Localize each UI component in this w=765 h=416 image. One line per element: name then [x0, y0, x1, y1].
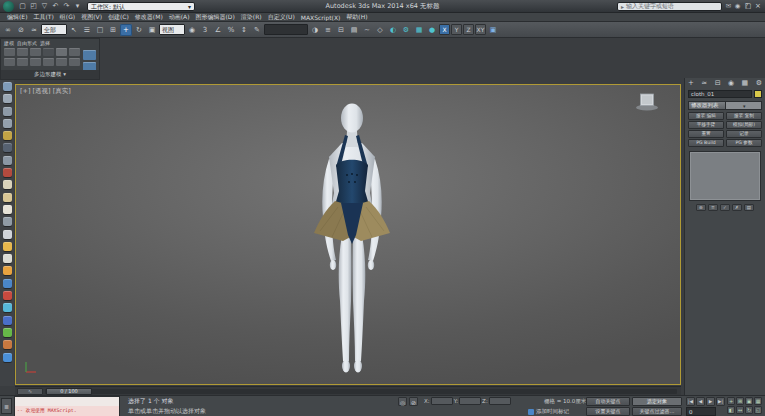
track-bar[interactable]: ∿ 0 / 100 — [15, 386, 681, 395]
menu-item[interactable]: 渲染(R) — [238, 13, 265, 22]
motion-tab-icon[interactable]: ◉ — [728, 79, 734, 87]
left-tool-icon[interactable] — [3, 328, 12, 337]
left-tool-icon[interactable] — [3, 303, 12, 312]
spinner-snap-icon[interactable]: ↕ — [238, 24, 250, 36]
left-tool-icon[interactable] — [3, 230, 12, 239]
menu-item[interactable]: 帮助(H) — [343, 13, 370, 22]
auto-key-button[interactable]: 自动关键点 — [586, 397, 630, 406]
left-tool-icon[interactable] — [3, 180, 12, 189]
show-end-result-icon[interactable]: ≡ — [708, 204, 718, 211]
smart-select-icon[interactable]: ▣ — [487, 24, 499, 36]
panel-button[interactable]: 服装 复制 — [726, 112, 762, 120]
pan-icon[interactable]: ↔ — [736, 406, 744, 414]
zoom-extents-icon[interactable]: ▣ — [745, 397, 753, 405]
select-object-icon[interactable]: ↖ — [68, 24, 80, 36]
axis-z-button[interactable]: Z — [463, 24, 474, 35]
unlink-selection-icon[interactable]: ⊘ — [15, 24, 27, 36]
hierarchy-tab-icon[interactable]: ⊟ — [715, 79, 721, 87]
axis-y-button[interactable]: Y — [451, 24, 462, 35]
ribbon-button[interactable] — [43, 48, 54, 56]
perspective-viewport[interactable]: [+] [透视] [真实] — [15, 84, 681, 385]
ribbon-button[interactable] — [4, 58, 15, 66]
maxscript-listener-toggle[interactable]: ≣ — [1, 398, 12, 414]
left-tool-icon[interactable] — [3, 143, 12, 152]
listener-line[interactable]: -- 欢迎使用 MAXScript. — [15, 406, 119, 416]
menu-item[interactable]: 工具(T) — [30, 13, 56, 22]
left-tool-icon[interactable] — [3, 205, 12, 214]
object-name-field[interactable]: cloth_01 — [688, 90, 752, 98]
panel-button[interactable]: 重置 — [688, 130, 724, 138]
current-frame-field[interactable]: 0 — [686, 407, 716, 416]
ribbon-button[interactable] — [43, 58, 54, 66]
mini-curve-editor-button[interactable]: ∿ — [17, 388, 43, 395]
left-tool-icon[interactable] — [3, 340, 12, 349]
named-selection-sets-field[interactable] — [264, 24, 308, 35]
menu-item[interactable]: 视图(V) — [78, 13, 105, 22]
selected-filter-dropdown[interactable]: 选定对象 — [632, 397, 682, 406]
menu-item[interactable]: 自定义(U) — [265, 13, 298, 22]
percent-snap-icon[interactable]: % — [225, 24, 237, 36]
panel-button[interactable]: 服装 编辑 — [688, 112, 724, 120]
maximize-viewport-icon[interactable]: ◱ — [754, 406, 762, 414]
menu-item[interactable]: 修改器(M) — [132, 13, 166, 22]
ribbon-tab[interactable]: 自由形式 — [17, 40, 37, 46]
play-icon[interactable]: ▶ — [706, 397, 715, 406]
reference-coordinate-dropdown[interactable]: 视图 — [159, 24, 185, 35]
curve-editor-icon[interactable]: ~ — [361, 24, 373, 36]
left-tool-icon[interactable] — [3, 217, 12, 226]
material-editor-icon[interactable]: ◐ — [387, 24, 399, 36]
left-tool-icon[interactable] — [3, 168, 12, 177]
left-tool-icon[interactable] — [3, 353, 12, 362]
previous-frame-icon[interactable]: ◀ — [696, 397, 705, 406]
make-unique-icon[interactable]: ✓ — [720, 204, 730, 211]
left-tool-icon[interactable] — [3, 131, 12, 140]
project-menu-icon[interactable]: ▾ — [72, 1, 83, 12]
menu-item[interactable]: 组(G) — [57, 13, 78, 22]
panel-button[interactable]: PG 参数 — [726, 139, 762, 147]
zoom-extents-all-icon[interactable]: ▦ — [754, 397, 762, 405]
orbit-icon[interactable]: ↻ — [745, 406, 753, 414]
rectangular-selection-region-icon[interactable]: □ — [94, 24, 106, 36]
mirror-icon[interactable]: ◑ — [309, 24, 321, 36]
utilities-tab-icon[interactable]: ⚙ — [756, 79, 762, 87]
display-tab-icon[interactable]: ▦ — [742, 79, 749, 87]
ribbon-button[interactable] — [4, 48, 15, 56]
left-tool-icon[interactable] — [3, 82, 12, 91]
undo-icon[interactable]: ↶ — [50, 1, 61, 12]
maxscript-mini-listener[interactable]: -- 欢迎使用 MAXScript. — [14, 396, 120, 416]
menu-item[interactable]: MAXScript(X) — [298, 14, 344, 21]
ribbon-tab[interactable]: 建模 — [4, 40, 14, 46]
zoom-icon[interactable]: + — [727, 397, 735, 405]
isolate-selection-icon[interactable]: ◎ — [398, 397, 407, 406]
left-tool-icon[interactable] — [3, 193, 12, 202]
ribbon-tab[interactable]: 选择 — [40, 40, 50, 46]
axis-xy-plane-button[interactable]: XY — [475, 24, 486, 35]
ribbon-button[interactable] — [17, 58, 28, 66]
panel-button[interactable]: 平移手臂 — [688, 121, 724, 129]
go-to-start-icon[interactable]: |◀ — [686, 397, 695, 406]
edit-named-selection-sets-icon[interactable]: ✎ — [251, 24, 263, 36]
time-slider-track[interactable] — [45, 389, 677, 394]
workspace-selector[interactable]: 工作区: 默认▾ — [87, 2, 195, 11]
modifier-stack-list[interactable] — [689, 151, 761, 201]
new-scene-icon[interactable]: ▢ — [17, 1, 28, 12]
rendered-frame-window-icon[interactable]: ▦ — [413, 24, 425, 36]
left-tool-icon[interactable] — [3, 94, 12, 103]
communication-center-icon[interactable]: ✉ — [724, 1, 733, 11]
use-pivot-center-icon[interactable]: ◉ — [186, 24, 198, 36]
angle-snap-icon[interactable]: ∠ — [212, 24, 224, 36]
go-to-end-icon[interactable]: ▶| — [716, 397, 725, 406]
selection-filter-dropdown[interactable]: 全部 — [41, 24, 67, 35]
ribbon-blue-button[interactable] — [83, 50, 96, 60]
graphite-ribbon-icon[interactable]: ▤ — [348, 24, 360, 36]
menu-item[interactable]: 创建(C) — [105, 13, 132, 22]
ribbon-button[interactable] — [30, 58, 41, 66]
configure-modifier-sets-icon[interactable]: ▤ — [744, 204, 754, 211]
open-file-icon[interactable]: ◰ — [28, 1, 39, 12]
ribbon-button[interactable] — [30, 48, 41, 56]
save-file-icon[interactable]: ▽ — [39, 1, 50, 12]
schematic-view-icon[interactable]: ◇ — [374, 24, 386, 36]
left-tool-icon[interactable] — [3, 107, 12, 116]
mannequin-model[interactable] — [16, 85, 681, 385]
pin-stack-icon[interactable]: ⊕ — [696, 204, 706, 211]
